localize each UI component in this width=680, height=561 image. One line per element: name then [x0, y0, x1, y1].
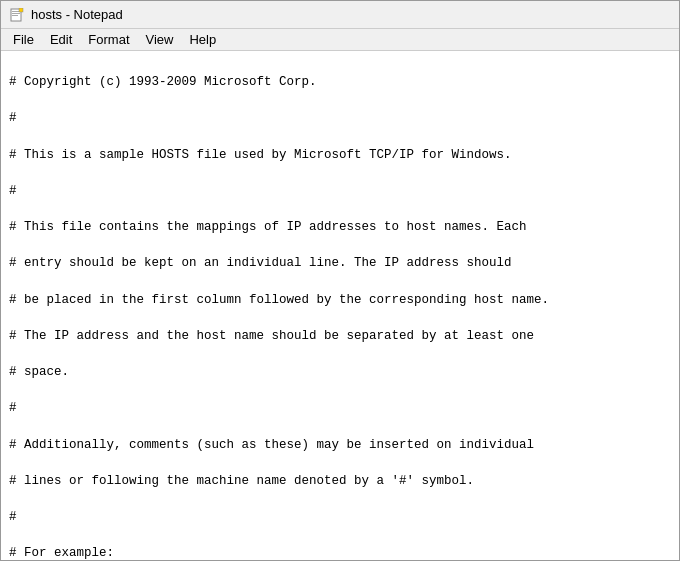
line-8: # The IP address and the host name shoul…: [9, 327, 671, 345]
line-14: # For example:: [9, 544, 671, 560]
line-2: #: [9, 109, 671, 127]
svg-rect-2: [12, 13, 20, 14]
window-title: hosts - Notepad: [31, 7, 123, 22]
svg-rect-3: [12, 15, 18, 16]
svg-rect-4: [19, 8, 23, 12]
menu-bar: File Edit Format View Help: [1, 29, 679, 51]
line-4: #: [9, 182, 671, 200]
menu-view[interactable]: View: [138, 31, 182, 48]
notepad-window: hosts - Notepad File Edit Format View He…: [0, 0, 680, 561]
line-11: # Additionally, comments (such as these)…: [9, 436, 671, 454]
title-bar: hosts - Notepad: [1, 1, 679, 29]
notepad-icon: [9, 7, 25, 23]
line-9: # space.: [9, 363, 671, 381]
line-10: #: [9, 399, 671, 417]
menu-file[interactable]: File: [5, 31, 42, 48]
line-5: # This file contains the mappings of IP …: [9, 218, 671, 236]
line-12: # lines or following the machine name de…: [9, 472, 671, 490]
menu-edit[interactable]: Edit: [42, 31, 80, 48]
line-1: # Copyright (c) 1993-2009 Microsoft Corp…: [9, 73, 671, 91]
menu-help[interactable]: Help: [181, 31, 224, 48]
line-7: # be placed in the first column followed…: [9, 291, 671, 309]
line-6: # entry should be kept on an individual …: [9, 254, 671, 272]
line-3: # This is a sample HOSTS file used by Mi…: [9, 146, 671, 164]
line-13: #: [9, 508, 671, 526]
editor-area[interactable]: # Copyright (c) 1993-2009 Microsoft Corp…: [1, 51, 679, 560]
menu-format[interactable]: Format: [80, 31, 137, 48]
